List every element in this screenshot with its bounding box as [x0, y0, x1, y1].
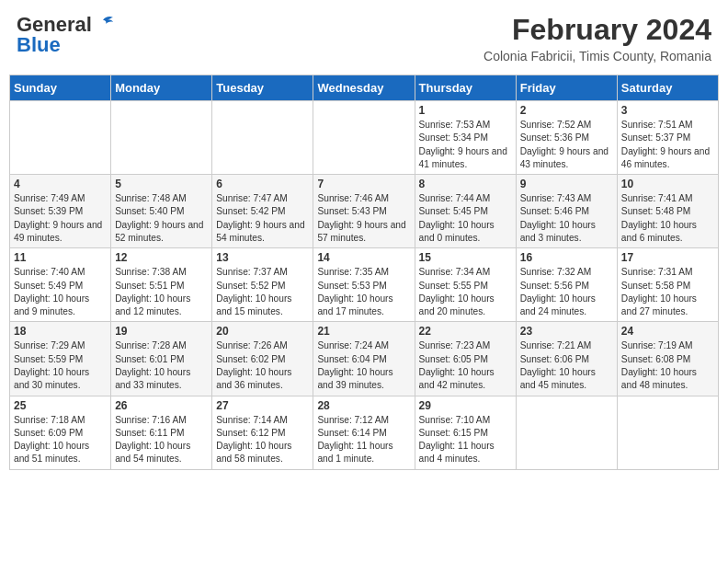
day-number: 28: [317, 399, 410, 412]
day-info: Sunrise: 7:49 AM Sunset: 5:39 PM Dayligh…: [14, 192, 107, 245]
logo-blue-text: Blue: [17, 33, 61, 57]
day-number: 11: [14, 251, 107, 264]
day-number: 29: [419, 399, 512, 412]
day-info: Sunrise: 7:47 AM Sunset: 5:42 PM Dayligh…: [216, 192, 309, 245]
calendar-cell: [10, 101, 111, 175]
calendar-cell: [212, 101, 313, 175]
day-number: 14: [317, 251, 410, 264]
calendar: SundayMondayTuesdayWednesdayThursdayFrid…: [9, 75, 719, 470]
day-number: 2: [520, 104, 613, 117]
day-info: Sunrise: 7:38 AM Sunset: 5:51 PM Dayligh…: [115, 266, 208, 318]
day-number: 15: [419, 251, 512, 264]
calendar-body: 1Sunrise: 7:53 AM Sunset: 5:34 PM Daylig…: [10, 101, 719, 470]
subtitle: Colonia Fabricii, Timis County, Romania: [483, 49, 711, 63]
calendar-cell: 6Sunrise: 7:47 AM Sunset: 5:42 PM Daylig…: [212, 175, 313, 248]
calendar-cell: 26Sunrise: 7:16 AM Sunset: 6:11 PM Dayli…: [111, 396, 212, 469]
day-info: Sunrise: 7:48 AM Sunset: 5:40 PM Dayligh…: [115, 192, 208, 245]
day-of-week-header: Tuesday: [212, 75, 313, 101]
day-number: 12: [115, 251, 208, 264]
day-info: Sunrise: 7:46 AM Sunset: 5:43 PM Dayligh…: [317, 192, 410, 245]
calendar-cell: 17Sunrise: 7:31 AM Sunset: 5:58 PM Dayli…: [617, 248, 718, 322]
day-info: Sunrise: 7:29 AM Sunset: 5:59 PM Dayligh…: [14, 339, 107, 392]
day-info: Sunrise: 7:12 AM Sunset: 6:14 PM Dayligh…: [317, 414, 410, 466]
day-info: Sunrise: 7:10 AM Sunset: 6:15 PM Dayligh…: [419, 414, 512, 466]
day-info: Sunrise: 7:51 AM Sunset: 5:37 PM Dayligh…: [621, 119, 714, 171]
day-number: 20: [216, 325, 309, 338]
day-info: Sunrise: 7:16 AM Sunset: 6:11 PM Dayligh…: [115, 414, 208, 466]
day-number: 8: [419, 178, 512, 190]
calendar-cell: [111, 101, 212, 175]
calendar-cell: 25Sunrise: 7:18 AM Sunset: 6:09 PM Dayli…: [10, 396, 111, 469]
calendar-cell: 27Sunrise: 7:14 AM Sunset: 6:12 PM Dayli…: [212, 396, 313, 469]
calendar-cell: 23Sunrise: 7:21 AM Sunset: 6:06 PM Dayli…: [516, 322, 617, 396]
day-number: 7: [317, 178, 410, 190]
day-info: Sunrise: 7:28 AM Sunset: 6:01 PM Dayligh…: [115, 339, 208, 392]
day-info: Sunrise: 7:24 AM Sunset: 6:04 PM Dayligh…: [317, 339, 410, 392]
day-info: Sunrise: 7:35 AM Sunset: 5:53 PM Dayligh…: [317, 266, 410, 318]
day-number: 6: [216, 178, 309, 190]
day-info: Sunrise: 7:23 AM Sunset: 6:05 PM Dayligh…: [419, 339, 512, 392]
calendar-cell: 1Sunrise: 7:53 AM Sunset: 5:34 PM Daylig…: [415, 101, 516, 175]
day-info: Sunrise: 7:26 AM Sunset: 6:02 PM Dayligh…: [216, 339, 309, 392]
calendar-cell: 15Sunrise: 7:34 AM Sunset: 5:55 PM Dayli…: [415, 248, 516, 322]
calendar-header-row: SundayMondayTuesdayWednesdayThursdayFrid…: [10, 75, 719, 101]
calendar-cell: 24Sunrise: 7:19 AM Sunset: 6:08 PM Dayli…: [617, 322, 718, 396]
day-number: 26: [115, 399, 208, 412]
calendar-cell: 18Sunrise: 7:29 AM Sunset: 5:59 PM Dayli…: [10, 322, 111, 396]
day-of-week-header: Friday: [516, 75, 617, 101]
day-of-week-header: Wednesday: [313, 75, 415, 101]
day-number: 3: [621, 104, 714, 117]
calendar-cell: 20Sunrise: 7:26 AM Sunset: 6:02 PM Dayli…: [212, 322, 313, 396]
day-number: 19: [115, 325, 208, 338]
month-title: February 2024: [483, 13, 711, 47]
day-of-week-header: Thursday: [415, 75, 516, 101]
day-number: 16: [520, 251, 613, 264]
calendar-cell: 5Sunrise: 7:48 AM Sunset: 5:40 PM Daylig…: [111, 175, 212, 248]
calendar-week-row: 1Sunrise: 7:53 AM Sunset: 5:34 PM Daylig…: [10, 101, 719, 175]
day-number: 27: [216, 399, 309, 412]
day-info: Sunrise: 7:32 AM Sunset: 5:56 PM Dayligh…: [520, 266, 613, 318]
calendar-cell: 22Sunrise: 7:23 AM Sunset: 6:05 PM Dayli…: [415, 322, 516, 396]
day-number: 22: [419, 325, 512, 338]
header: General Blue February 2024 Colonia Fabri…: [9, 9, 719, 67]
day-info: Sunrise: 7:43 AM Sunset: 5:46 PM Dayligh…: [520, 192, 613, 245]
day-info: Sunrise: 7:40 AM Sunset: 5:49 PM Dayligh…: [14, 266, 107, 318]
logo: General Blue: [17, 13, 114, 57]
day-number: 21: [317, 325, 410, 338]
calendar-cell: 2Sunrise: 7:52 AM Sunset: 5:36 PM Daylig…: [516, 101, 617, 175]
day-info: Sunrise: 7:52 AM Sunset: 5:36 PM Dayligh…: [520, 119, 613, 171]
day-number: 13: [216, 251, 309, 264]
day-info: Sunrise: 7:19 AM Sunset: 6:08 PM Dayligh…: [621, 339, 714, 392]
day-info: Sunrise: 7:41 AM Sunset: 5:48 PM Dayligh…: [621, 192, 714, 245]
logo-bird-icon: [94, 15, 114, 31]
calendar-cell: 13Sunrise: 7:37 AM Sunset: 5:52 PM Dayli…: [212, 248, 313, 322]
calendar-cell: 7Sunrise: 7:46 AM Sunset: 5:43 PM Daylig…: [313, 175, 415, 248]
calendar-cell: 3Sunrise: 7:51 AM Sunset: 5:37 PM Daylig…: [617, 101, 718, 175]
calendar-week-row: 11Sunrise: 7:40 AM Sunset: 5:49 PM Dayli…: [10, 248, 719, 322]
day-of-week-header: Saturday: [617, 75, 718, 101]
calendar-cell: 11Sunrise: 7:40 AM Sunset: 5:49 PM Dayli…: [10, 248, 111, 322]
calendar-cell: 16Sunrise: 7:32 AM Sunset: 5:56 PM Dayli…: [516, 248, 617, 322]
calendar-cell: [516, 396, 617, 469]
day-info: Sunrise: 7:37 AM Sunset: 5:52 PM Dayligh…: [216, 266, 309, 318]
day-number: 1: [419, 104, 512, 117]
title-area: February 2024 Colonia Fabricii, Timis Co…: [483, 13, 711, 63]
day-info: Sunrise: 7:53 AM Sunset: 5:34 PM Dayligh…: [419, 119, 512, 171]
calendar-cell: 9Sunrise: 7:43 AM Sunset: 5:46 PM Daylig…: [516, 175, 617, 248]
day-number: 23: [520, 325, 613, 338]
calendar-cell: 21Sunrise: 7:24 AM Sunset: 6:04 PM Dayli…: [313, 322, 415, 396]
day-info: Sunrise: 7:34 AM Sunset: 5:55 PM Dayligh…: [419, 266, 512, 318]
day-info: Sunrise: 7:31 AM Sunset: 5:58 PM Dayligh…: [621, 266, 714, 318]
calendar-cell: 19Sunrise: 7:28 AM Sunset: 6:01 PM Dayli…: [111, 322, 212, 396]
day-number: 5: [115, 178, 208, 190]
calendar-week-row: 18Sunrise: 7:29 AM Sunset: 5:59 PM Dayli…: [10, 322, 719, 396]
day-info: Sunrise: 7:44 AM Sunset: 5:45 PM Dayligh…: [419, 192, 512, 245]
calendar-week-row: 4Sunrise: 7:49 AM Sunset: 5:39 PM Daylig…: [10, 175, 719, 248]
day-number: 24: [621, 325, 714, 338]
calendar-cell: [617, 396, 718, 469]
day-of-week-header: Monday: [111, 75, 212, 101]
day-number: 25: [14, 399, 107, 412]
calendar-cell: 14Sunrise: 7:35 AM Sunset: 5:53 PM Dayli…: [313, 248, 415, 322]
calendar-cell: 29Sunrise: 7:10 AM Sunset: 6:15 PM Dayli…: [415, 396, 516, 469]
day-info: Sunrise: 7:21 AM Sunset: 6:06 PM Dayligh…: [520, 339, 613, 392]
